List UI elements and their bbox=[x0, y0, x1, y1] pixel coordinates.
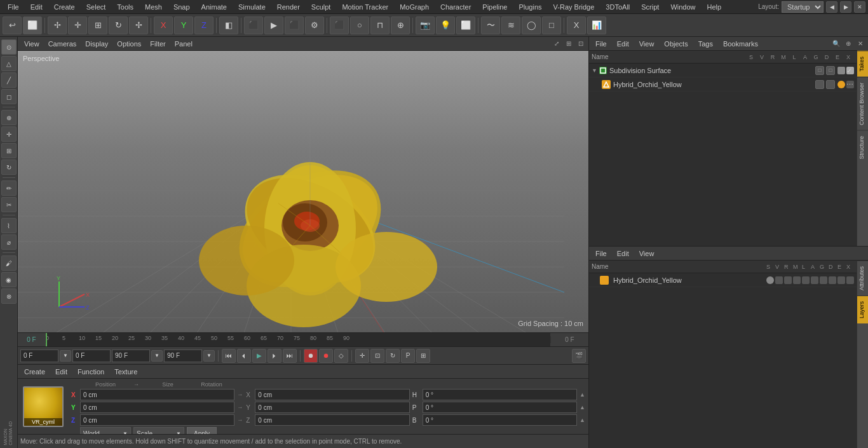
skip-to-start-btn[interactable]: ⏮ bbox=[222, 349, 236, 363]
tool-polygon-pen-btn[interactable]: ✏ bbox=[1, 180, 17, 196]
obj-orchid-color-dot[interactable] bbox=[837, 81, 845, 88]
record-btn[interactable]: ⏺ bbox=[304, 349, 318, 363]
attr-menu-view[interactable]: View bbox=[635, 249, 658, 258]
attr-icon-dot[interactable] bbox=[766, 276, 774, 284]
vp-maximize-icon[interactable]: ⤢ bbox=[552, 39, 562, 49]
move-tool-btn[interactable]: ✛ bbox=[68, 17, 87, 34]
menu-simulate[interactable]: Simulate bbox=[233, 2, 271, 12]
attr-icon-6[interactable] bbox=[820, 276, 827, 284]
mode-polygon-btn[interactable]: ◻ bbox=[1, 89, 17, 104]
vp-menu-view[interactable]: View bbox=[20, 39, 43, 48]
deformer-btn[interactable]: ≋ bbox=[501, 17, 520, 34]
objects-menu-file[interactable]: File bbox=[592, 39, 611, 48]
coord-b-field[interactable]: 0 ° bbox=[423, 414, 577, 426]
menu-snap[interactable]: Snap bbox=[168, 2, 195, 12]
menu-pipeline[interactable]: Pipeline bbox=[477, 2, 512, 12]
null-btn[interactable]: □ bbox=[542, 17, 561, 34]
rotate-tool-btn[interactable]: ↻ bbox=[109, 17, 128, 34]
menu-edit[interactable]: Edit bbox=[25, 2, 48, 12]
timeline-track[interactable]: 0 5 10 15 20 25 30 35 40 45 50 55 60 65 … bbox=[46, 333, 550, 347]
axis-z-btn[interactable]: Z bbox=[194, 17, 214, 34]
tool-move-btn[interactable]: ✛ bbox=[1, 126, 17, 142]
vp-menu-filter[interactable]: Filter bbox=[146, 39, 169, 48]
mode-mesh-btn[interactable]: △ bbox=[1, 56, 17, 71]
obj-expand-icon[interactable]: ▼ bbox=[592, 67, 599, 74]
tool-knife-btn[interactable]: ⌇ bbox=[1, 218, 17, 233]
material-menu-function[interactable]: Function bbox=[74, 367, 108, 376]
extrude-btn[interactable]: ⊕ bbox=[391, 17, 410, 34]
objects-menu-bookmarks[interactable]: Bookmarks bbox=[719, 39, 762, 48]
objects-menu-objects[interactable]: Objects bbox=[660, 39, 691, 48]
vp-menu-cameras[interactable]: Cameras bbox=[44, 39, 81, 48]
playback-start-down-btn[interactable]: ▼ bbox=[60, 350, 71, 362]
vp-menu-panel[interactable]: Panel bbox=[171, 39, 196, 48]
attr-icon-7[interactable] bbox=[829, 276, 836, 284]
motion-clip-btn[interactable]: ⊞ bbox=[416, 349, 430, 363]
menu-file[interactable]: File bbox=[3, 2, 24, 12]
viewport[interactable]: Perspective Grid Spacing : 10 cm X Y Z bbox=[18, 51, 588, 332]
transform-tool-btn[interactable]: ✢ bbox=[129, 17, 148, 34]
floor-btn[interactable]: ⬜ bbox=[456, 17, 475, 34]
menu-tools[interactable]: Tools bbox=[112, 2, 139, 12]
obj-check-subs-1[interactable]: □ bbox=[815, 66, 824, 75]
coord-y-size-field[interactable]: 0 cm bbox=[255, 402, 409, 413]
axis-y-btn[interactable]: Y bbox=[174, 17, 193, 34]
light-btn[interactable]: 💡 bbox=[436, 17, 455, 34]
undo-btn[interactable]: ↩ bbox=[3, 17, 22, 34]
material-menu-texture[interactable]: Texture bbox=[111, 367, 141, 376]
xpresso-btn[interactable]: X bbox=[567, 17, 586, 34]
vtab-layers[interactable]: Layers bbox=[857, 295, 868, 323]
layout-close-btn[interactable]: ✕ bbox=[854, 1, 865, 13]
menu-sculpt[interactable]: Sculpt bbox=[306, 2, 336, 12]
cylinder-btn[interactable]: ⊓ bbox=[370, 17, 390, 34]
layout-next-btn[interactable]: ▶ bbox=[840, 1, 851, 13]
obj-check-orchid-1[interactable] bbox=[815, 80, 824, 89]
attr-icon-2[interactable] bbox=[784, 276, 792, 284]
camera-btn[interactable]: 📷 bbox=[416, 17, 435, 34]
motion-path-btn[interactable]: ✛ bbox=[355, 349, 369, 363]
vtab-structure[interactable]: Structure bbox=[857, 130, 868, 165]
attr-row-orchid[interactable]: Hybrid_Orchid_Yellow bbox=[589, 273, 857, 287]
tool-sculpt-btn[interactable]: ⊗ bbox=[1, 288, 17, 304]
material-thumbnail[interactable]: VR_cyml bbox=[23, 386, 64, 427]
spline-btn[interactable]: 〜 bbox=[481, 17, 500, 34]
tool-magnet-btn[interactable]: ⌀ bbox=[1, 234, 17, 250]
obj-row-orchid[interactable]: Hybrid_Orchid_Yellow ⋯ bbox=[589, 78, 857, 92]
vp-menu-display[interactable]: Display bbox=[81, 39, 112, 48]
objects-close-icon[interactable]: ✕ bbox=[855, 39, 865, 49]
select-tool-btn[interactable]: ✢ bbox=[48, 17, 67, 34]
attr-icon-4[interactable] bbox=[802, 276, 810, 284]
poses-btn[interactable]: P bbox=[401, 349, 415, 363]
material-menu-create[interactable]: Create bbox=[20, 367, 49, 376]
attr-icon-1[interactable] bbox=[775, 276, 783, 284]
obj-row-subdivision[interactable]: ▼ Subdivision Surface □ □ bbox=[589, 64, 857, 78]
objects-menu-tags[interactable]: Tags bbox=[695, 39, 717, 48]
attr-icon-8[interactable] bbox=[837, 276, 845, 284]
obj-check-orchid-2[interactable] bbox=[826, 80, 835, 89]
cube-btn[interactable]: ⬛ bbox=[330, 17, 349, 34]
objects-menu-view[interactable]: View bbox=[635, 39, 658, 48]
menu-character[interactable]: Character bbox=[435, 2, 476, 12]
redo-btn[interactable]: ⬜ bbox=[23, 17, 42, 34]
obj-green-check-icon[interactable] bbox=[837, 67, 845, 74]
vp-layout-icon[interactable]: ⊡ bbox=[576, 39, 586, 49]
playback-end-down-btn[interactable]: ▼ bbox=[151, 350, 163, 362]
timeline-btn[interactable]: 📊 bbox=[587, 17, 606, 34]
playback-current-field[interactable]: 0 F bbox=[72, 350, 111, 362]
axis-x-btn[interactable]: X bbox=[154, 17, 173, 34]
sphere-btn[interactable]: ○ bbox=[350, 17, 369, 34]
menu-select[interactable]: Select bbox=[81, 2, 111, 12]
tool-edge-cut-btn[interactable]: ✂ bbox=[1, 197, 17, 212]
skip-to-end-btn[interactable]: ⏭ bbox=[283, 349, 297, 363]
playback-start-field[interactable]: 0 F bbox=[20, 350, 58, 362]
playback-end-field[interactable]: 90 F bbox=[112, 350, 150, 362]
obj-dots-icon[interactable]: ✓ bbox=[846, 67, 854, 74]
vtab-takes[interactable]: Takes bbox=[857, 51, 868, 77]
step-back-btn[interactable]: ⏴ bbox=[237, 349, 251, 363]
objects-menu-edit[interactable]: Edit bbox=[613, 39, 633, 48]
menu-motion-tracker[interactable]: Motion Tracker bbox=[337, 2, 393, 12]
keyframe-move-btn[interactable]: ⊡ bbox=[370, 349, 384, 363]
menu-vray[interactable]: V-Ray Bridge bbox=[548, 2, 600, 12]
vp-quad-icon[interactable]: ⊞ bbox=[564, 39, 574, 49]
coord-x-pos-field[interactable]: 0 cm bbox=[80, 389, 234, 400]
